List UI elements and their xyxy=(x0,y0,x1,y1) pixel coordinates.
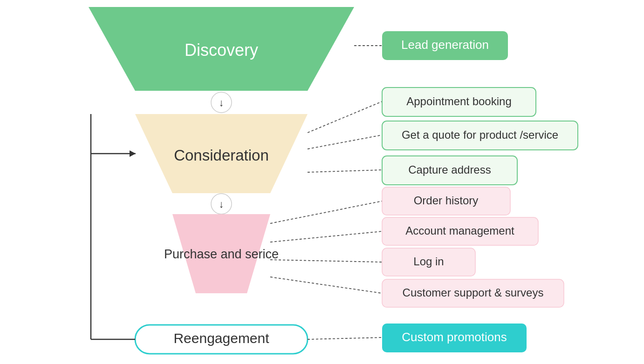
bracket-arrow xyxy=(130,150,136,157)
connector-appointment xyxy=(308,101,382,133)
reengagement-label: Reengagement xyxy=(173,330,269,346)
custom-promo-label: Custom promotions xyxy=(402,330,507,344)
connector-login xyxy=(270,260,382,262)
connector-quote xyxy=(308,135,382,149)
account-mgmt-label: Account management xyxy=(405,224,514,237)
diagram-canvas: Discovery ↓ Consideration ↓ Purchase and… xyxy=(0,0,644,364)
down-arrow-1: ↓ xyxy=(219,97,224,108)
order-history-label: Order history xyxy=(414,194,479,207)
appointment-label: Appointment booking xyxy=(406,95,512,108)
connector-support xyxy=(270,277,382,293)
support-label: Customer support & surveys xyxy=(403,286,544,299)
connector-promotions xyxy=(308,337,382,339)
connector-account xyxy=(270,231,382,242)
capture-address-label: Capture address xyxy=(408,163,491,176)
discovery-label: Discovery xyxy=(185,40,258,60)
lead-gen-label: Lead generation xyxy=(401,38,489,52)
connector-address xyxy=(308,170,382,172)
consideration-label: Consideration xyxy=(174,147,269,164)
login-label: Log in xyxy=(413,255,444,268)
down-arrow-2: ↓ xyxy=(219,198,224,210)
quote-label: Get a quote for product /service xyxy=(402,128,558,141)
connector-order xyxy=(270,201,382,223)
purchase-label: Purchase and serice xyxy=(164,247,279,261)
